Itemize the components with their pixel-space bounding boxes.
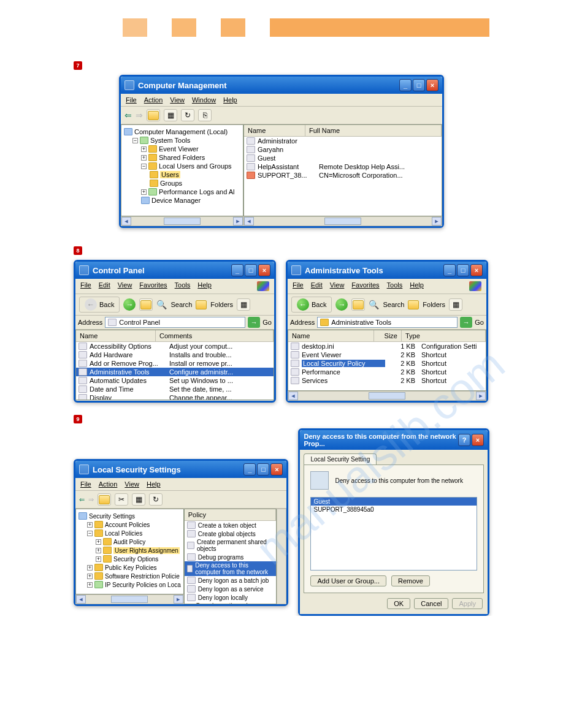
policy-item[interactable]: Create a token object bbox=[185, 521, 277, 529]
back-icon[interactable]: ⇐ bbox=[79, 496, 85, 504]
tree-node[interactable]: −System Tools bbox=[124, 136, 240, 145]
tree-node-users[interactable]: Users bbox=[124, 170, 240, 179]
scrollbar-horizontal[interactable]: ◄► bbox=[121, 216, 243, 226]
address-input[interactable]: Control Panel bbox=[105, 317, 245, 328]
maximize-button[interactable]: □ bbox=[257, 463, 269, 476]
cancel-button[interactable]: Cancel bbox=[414, 598, 448, 609]
list-item[interactable]: Event Viewer2 KBShortcut bbox=[288, 351, 486, 359]
back-icon[interactable]: ⇐ bbox=[124, 110, 132, 120]
folders-button[interactable]: Folders bbox=[423, 301, 445, 308]
menu-view[interactable]: View bbox=[170, 96, 185, 104]
menu-window[interactable]: Window bbox=[192, 96, 216, 104]
menu-view[interactable]: View bbox=[330, 281, 345, 291]
address-input[interactable]: Administrative Tools bbox=[317, 317, 458, 328]
menu-help[interactable]: Help bbox=[147, 480, 161, 488]
minimize-button[interactable]: _ bbox=[231, 264, 243, 276]
collapse-icon[interactable]: − bbox=[132, 138, 138, 143]
user-row[interactable]: Garyahn bbox=[244, 145, 442, 154]
forward-icon[interactable]: ⇒ bbox=[136, 110, 143, 120]
maximize-button[interactable]: □ bbox=[413, 79, 425, 91]
col-size[interactable]: Size bbox=[374, 330, 402, 341]
user-row[interactable]: Guest bbox=[244, 154, 442, 162]
close-button[interactable]: × bbox=[258, 264, 270, 276]
go-button[interactable]: → bbox=[460, 317, 472, 328]
user-row[interactable]: Administrator bbox=[244, 137, 442, 145]
titlebar[interactable]: Control Panel _□× bbox=[75, 262, 274, 279]
maximize-button[interactable]: □ bbox=[457, 264, 469, 276]
folders-button[interactable]: Folders bbox=[210, 301, 233, 308]
titlebar[interactable]: Local Security Settings _□× bbox=[75, 461, 286, 478]
tree-node[interactable]: +Performance Logs and Al bbox=[124, 188, 240, 196]
menu-edit[interactable]: Edit bbox=[311, 281, 323, 291]
user-row[interactable]: HelpAssistantRemote Desktop Help Assi... bbox=[244, 162, 442, 171]
scrollbar-horizontal[interactable]: ◄► bbox=[75, 594, 184, 604]
views-button[interactable]: ▦ bbox=[237, 298, 250, 311]
menu-action[interactable]: Action bbox=[144, 96, 163, 104]
tree-node[interactable]: −Local Policies bbox=[79, 529, 181, 537]
go-button[interactable]: → bbox=[248, 317, 260, 328]
forward-icon[interactable]: ⇒ bbox=[88, 496, 94, 504]
props-button[interactable]: ▦ bbox=[164, 109, 177, 121]
list-item[interactable]: Administrative ToolsConfigure administr.… bbox=[76, 368, 274, 376]
up-button[interactable] bbox=[139, 298, 153, 311]
menu-favorites[interactable]: Favorites bbox=[139, 281, 167, 291]
policy-item[interactable]: Deny logon through Terminal Services bbox=[185, 602, 277, 604]
search-button[interactable]: Search bbox=[170, 301, 192, 308]
user-row[interactable]: SUPPORT_38...CN=Microsoft Corporation... bbox=[244, 171, 442, 180]
tree-node[interactable]: −Local Users and Groups bbox=[124, 162, 240, 170]
menu-edit[interactable]: Edit bbox=[99, 281, 110, 291]
menu-file[interactable]: File bbox=[126, 96, 137, 104]
list-item[interactable]: DisplayChange the appear... bbox=[76, 393, 274, 400]
list-item[interactable]: Automatic UpdatesSet up Windows to ... bbox=[76, 376, 274, 385]
collapse-icon[interactable]: − bbox=[141, 164, 147, 169]
close-button[interactable]: × bbox=[270, 463, 283, 476]
col-comments[interactable]: Comments bbox=[156, 330, 274, 341]
tree-node[interactable]: +Software Restriction Policie bbox=[79, 572, 181, 580]
list-item[interactable]: Local Security Policy2 KBShortcut bbox=[288, 359, 486, 368]
policy-item[interactable]: Deny logon as a batch job bbox=[185, 576, 277, 585]
forward-button[interactable]: → bbox=[123, 298, 136, 311]
apply-button[interactable]: Apply bbox=[452, 598, 483, 609]
scrollbar-horizontal[interactable]: ◄► bbox=[288, 391, 486, 401]
tree-node[interactable]: +Account Policies bbox=[79, 520, 181, 529]
col-type[interactable]: Type bbox=[402, 330, 486, 341]
policy-item[interactable]: Deny logon locally bbox=[185, 593, 277, 602]
export-button[interactable]: ⎘ bbox=[198, 109, 212, 121]
tree-node[interactable]: +Security Options bbox=[79, 555, 181, 563]
menu-file[interactable]: File bbox=[80, 281, 91, 291]
close-button[interactable]: × bbox=[426, 79, 439, 91]
up-button[interactable] bbox=[351, 298, 365, 311]
policy-item[interactable]: Create permanent shared objects bbox=[185, 538, 277, 553]
policy-item[interactable]: Deny logon as a service bbox=[185, 585, 277, 593]
col-name[interactable]: Name bbox=[76, 330, 156, 341]
tree-node[interactable]: +Audit Policy bbox=[79, 537, 181, 546]
tree-node[interactable]: +IP Security Policies on Loca bbox=[79, 580, 181, 589]
tree-node[interactable]: +Event Viewer bbox=[124, 145, 240, 153]
list-item[interactable]: Accessibility OptionsAdjust your comput.… bbox=[76, 342, 274, 351]
list-item[interactable]: Date and TimeSet the date, time, ... bbox=[76, 385, 274, 393]
forward-button[interactable]: → bbox=[335, 298, 348, 311]
list-item[interactable]: SUPPORT_388945a0 bbox=[311, 506, 477, 514]
policy-item[interactable]: Deny access to this computer from the ne… bbox=[185, 561, 277, 576]
titlebar[interactable]: Administrative Tools _□× bbox=[288, 262, 486, 279]
close-button[interactable]: × bbox=[472, 434, 484, 446]
up-button[interactable] bbox=[98, 493, 111, 506]
col-policy[interactable]: Policy bbox=[185, 509, 277, 520]
titlebar[interactable]: Computer Management _ □ × bbox=[121, 77, 442, 94]
col-fullname[interactable]: Full Name bbox=[305, 125, 442, 136]
users-listbox[interactable]: Guest SUPPORT_388945a0 bbox=[310, 497, 477, 571]
menu-tools[interactable]: Tools bbox=[387, 281, 403, 291]
menu-help[interactable]: Help bbox=[223, 96, 237, 104]
tree-root[interactable]: Computer Management (Local) bbox=[124, 127, 240, 136]
menu-favorites[interactable]: Favorites bbox=[351, 281, 379, 291]
list-item[interactable]: Add HardwareInstalls and trouble... bbox=[76, 351, 274, 359]
tree-node-ura[interactable]: +User Rights Assignmen bbox=[79, 546, 181, 555]
col-name[interactable]: Name bbox=[244, 125, 305, 136]
up-button[interactable] bbox=[147, 109, 160, 121]
list-item[interactable]: Services2 KBShortcut bbox=[288, 376, 486, 385]
back-button[interactable]: ←Back bbox=[79, 297, 120, 313]
menu-file[interactable]: File bbox=[80, 480, 91, 488]
list-item[interactable]: Performance2 KBShortcut bbox=[288, 368, 486, 376]
list-item[interactable]: Guest bbox=[311, 498, 477, 506]
close-button[interactable]: × bbox=[470, 264, 483, 276]
